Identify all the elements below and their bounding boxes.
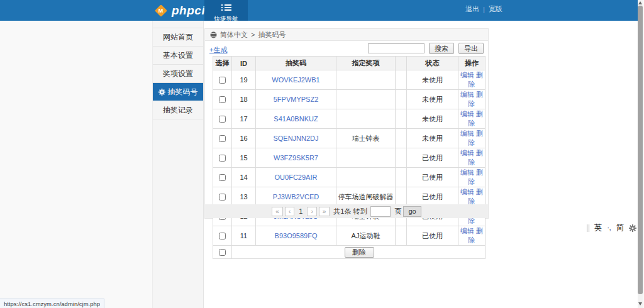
table-row: 13PJ3WB2VCED停车场道闸破解器已使用编辑 删除 xyxy=(213,187,486,207)
go-button[interactable]: go xyxy=(403,206,421,217)
sidebar-item-5[interactable]: 抽奖记录 xyxy=(153,101,203,119)
row-id: 11 xyxy=(232,226,256,246)
sidebar-item-label: 奖项设置 xyxy=(163,69,193,79)
edit-link[interactable]: 编辑 xyxy=(460,71,474,79)
row-status: 已使用 xyxy=(407,148,458,168)
edit-link[interactable]: 编辑 xyxy=(460,110,474,118)
row-prize xyxy=(336,148,396,168)
sidebar-item-2[interactable]: 基本设置 xyxy=(153,47,203,65)
sidebar-item-label: 基本设置 xyxy=(163,50,193,61)
scroll-up-icon[interactable] xyxy=(638,1,642,4)
bulk-delete-button[interactable]: 删除 xyxy=(345,247,374,258)
row-spacer xyxy=(396,148,407,168)
ime-english-toggle[interactable]: 英 xyxy=(594,223,602,233)
vertical-scrollbar[interactable] xyxy=(638,0,643,308)
table-row: 14OU0FC29AIR已使用编辑 删除 xyxy=(213,168,486,187)
export-button[interactable]: 导出 xyxy=(458,43,484,54)
table-row: 19WOVKEJ2WB1未使用编辑 删除 xyxy=(213,70,486,90)
logo-mark: M xyxy=(158,8,164,13)
app-logo[interactable]: M phpci xyxy=(157,0,205,21)
code-link[interactable]: OU0FC29AIR xyxy=(275,173,318,181)
header-select: 选择 xyxy=(213,57,232,70)
row-spacer xyxy=(396,109,407,129)
edit-link[interactable]: 编辑 xyxy=(460,129,474,137)
toolbar: +生成 搜索 导出 xyxy=(205,41,488,56)
sidebar-item-3[interactable]: 奖项设置 xyxy=(153,65,203,83)
sidebar-item-label: 抽奖记录 xyxy=(163,105,193,116)
ime-language-bar: 英 ·, 简 xyxy=(587,222,636,234)
breadcrumb-language[interactable]: 简体中文 xyxy=(220,30,248,40)
status-url-tooltip: https://cs1.cmzym.cn/admin/cjm.php xyxy=(0,299,104,308)
wide-layout-link[interactable]: 宽版 xyxy=(489,4,502,14)
codes-table: 选择 ID 抽奖码 指定奖项 状态 操作 19WOVKEJ2WB1未使用编辑 删… xyxy=(213,56,486,259)
table-header-row: 选择 ID 抽奖码 指定奖项 状态 操作 xyxy=(213,57,486,70)
sidebar-item-1[interactable]: 网站首页 xyxy=(153,28,203,47)
content-panel: 简体中文 > 抽奖码号 +生成 搜索 导出 选择 ID xyxy=(204,28,489,219)
row-id: 19 xyxy=(232,70,256,90)
row-id: 16 xyxy=(232,129,256,148)
next-page-button[interactable]: › xyxy=(307,207,316,216)
row-checkbox[interactable] xyxy=(219,77,226,84)
row-checkbox[interactable] xyxy=(219,96,226,103)
row-spacer xyxy=(396,70,407,90)
links-separator: | xyxy=(483,6,485,13)
table-row: 15W3FZ9SK5R7已使用编辑 删除 xyxy=(213,148,486,168)
row-checkbox[interactable] xyxy=(219,116,226,123)
select-all-checkbox[interactable] xyxy=(219,249,226,256)
ime-gear-icon[interactable] xyxy=(629,224,636,232)
row-id: 17 xyxy=(232,109,256,129)
prev-page-button[interactable]: ‹ xyxy=(285,207,294,216)
breadcrumb-current: 抽奖码号 xyxy=(258,30,286,40)
edit-link[interactable]: 编辑 xyxy=(460,91,474,98)
list-icon xyxy=(221,3,231,11)
row-checkbox[interactable] xyxy=(219,233,226,239)
code-link[interactable]: PJ3WB2VCED xyxy=(273,193,319,201)
search-button[interactable]: 搜索 xyxy=(429,43,454,54)
edit-link[interactable]: 编辑 xyxy=(460,188,474,195)
scroll-down-icon[interactable] xyxy=(638,302,642,305)
row-checkbox[interactable] xyxy=(219,155,226,162)
bulk-action-row: 删除 xyxy=(213,246,486,259)
edit-link[interactable]: 编辑 xyxy=(460,168,474,176)
code-link[interactable]: 5FPVMYPSZ2 xyxy=(274,96,319,103)
header-status: 状态 xyxy=(407,57,458,70)
last-page-button[interactable]: » xyxy=(319,207,330,216)
header-prize: 指定奖项 xyxy=(336,57,396,70)
search-input[interactable] xyxy=(368,43,425,53)
sidebar-item-4[interactable]: 抽奖码号 xyxy=(153,83,203,101)
ime-drag-handle[interactable] xyxy=(587,224,589,232)
edit-link[interactable]: 编辑 xyxy=(460,227,474,234)
row-prize: 停车场道闸破解器 xyxy=(336,187,396,207)
code-link[interactable]: WOVKEJ2WB1 xyxy=(272,76,319,84)
page-input[interactable] xyxy=(370,206,391,217)
total-count: 共1条 xyxy=(333,207,351,216)
code-link[interactable]: S41A0BNKUZ xyxy=(274,115,318,123)
generate-link[interactable]: +生成 xyxy=(209,45,227,55)
edit-link[interactable]: 编辑 xyxy=(460,149,474,157)
ime-simplified-toggle[interactable]: 简 xyxy=(616,223,625,233)
row-id: 14 xyxy=(232,168,256,187)
scrollbar-thumb[interactable] xyxy=(638,6,643,294)
ime-punctuation-icon[interactable]: ·, xyxy=(608,224,611,231)
row-checkbox[interactable] xyxy=(219,174,226,181)
code-link[interactable]: B93O9589FQ xyxy=(275,232,318,239)
row-status: 已使用 xyxy=(407,226,458,246)
logo-diamond-icon: M xyxy=(155,4,167,17)
row-prize: AJ运动鞋 xyxy=(336,226,396,246)
header-id: ID xyxy=(232,57,256,70)
quick-nav-tab[interactable]: 快捷导航 xyxy=(204,0,248,21)
first-page-button[interactable]: « xyxy=(272,207,283,216)
row-checkbox[interactable] xyxy=(219,194,226,201)
row-spacer xyxy=(396,90,407,109)
current-page: 1 xyxy=(296,207,305,215)
code-link[interactable]: SQENJNN2DJ xyxy=(273,135,318,142)
code-link[interactable]: W3FZ9SK5R7 xyxy=(274,154,318,162)
page-suffix: 页 xyxy=(394,207,401,216)
row-id: 13 xyxy=(232,187,256,207)
row-checkbox[interactable] xyxy=(219,135,226,142)
table-row: 185FPVMYPSZ2未使用编辑 删除 xyxy=(213,90,486,109)
row-status: 已使用 xyxy=(407,168,458,187)
logout-link[interactable]: 退出 xyxy=(465,4,479,14)
screen: M phpci 快捷导航 退出 | 宽版 网站首页基本设置奖项设置抽奖码号抽奖记… xyxy=(0,0,644,308)
row-prize xyxy=(336,90,396,109)
